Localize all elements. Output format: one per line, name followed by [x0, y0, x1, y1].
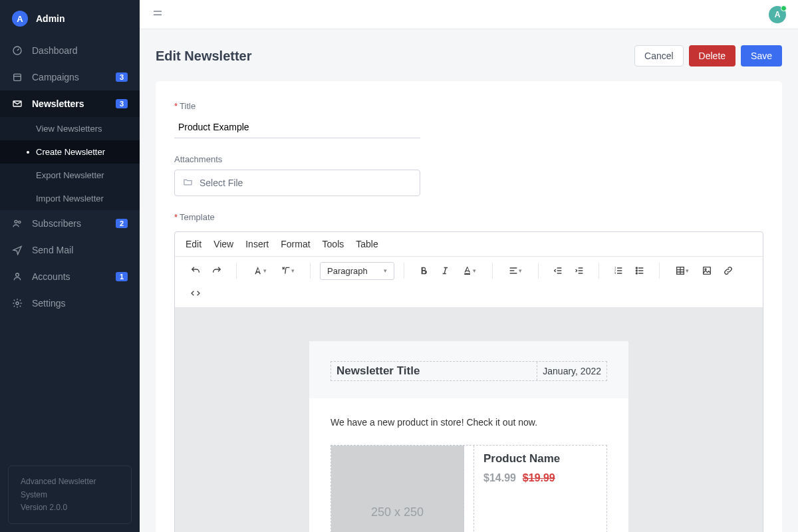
link-button[interactable]: [718, 261, 738, 281]
dashboard-icon: [12, 45, 23, 56]
sidebar-subitem-label: View Newsletters: [36, 124, 102, 134]
sidebar-badge: 3: [116, 99, 128, 108]
menu-insert[interactable]: Insert: [245, 239, 269, 249]
send-icon: [12, 245, 23, 255]
footer-product-name: Advanced Newsletter System: [21, 475, 119, 501]
delete-button[interactable]: Delete: [689, 45, 735, 66]
topbar: A: [140, 0, 798, 29]
sidebar-subitem-view-newsletters[interactable]: View Newsletters: [0, 117, 140, 140]
menu-edit[interactable]: Edit: [186, 239, 201, 249]
menu-table[interactable]: Table: [356, 239, 378, 249]
indent-button[interactable]: [569, 261, 589, 281]
svg-point-37: [705, 269, 706, 270]
footer-version: Version 2.0.0: [21, 501, 119, 514]
sidebar-item-accounts[interactable]: Accounts 1: [0, 263, 140, 290]
preview-image-placeholder[interactable]: 250 x 250: [331, 446, 464, 532]
svg-point-6: [16, 273, 19, 277]
svg-rect-10: [465, 273, 471, 275]
sidebar-item-send-mail[interactable]: Send Mail: [0, 237, 140, 263]
clear-formatting-button[interactable]: ▾: [274, 261, 301, 281]
preview-price[interactable]: $14.99: [483, 472, 516, 483]
attachments-label: Attachments: [174, 154, 763, 164]
svg-point-31: [636, 273, 637, 274]
sidebar-subitem-label: Export Newsletter: [36, 170, 104, 180]
preview-intro[interactable]: We have a new product in store! Check it…: [331, 417, 607, 428]
align-button[interactable]: ▾: [502, 261, 529, 281]
table-button[interactable]: ▾: [669, 261, 696, 281]
font-family-button[interactable]: ▾: [246, 261, 273, 281]
page-actions: Cancel Delete Save: [634, 45, 782, 66]
sidebar-item-label: Send Mail: [32, 245, 128, 255]
mail-icon: [12, 98, 23, 109]
source-code-button[interactable]: [186, 283, 205, 303]
svg-point-4: [15, 220, 17, 223]
menu-tools[interactable]: Tools: [323, 239, 344, 249]
sidebar-subitem-label: Import Newsletter: [36, 194, 104, 203]
text-color-button[interactable]: ▾: [456, 261, 483, 281]
svg-point-29: [636, 267, 637, 269]
editor-toolbar: ▾ ▾ Paragraph▾ ▾: [175, 256, 763, 308]
undo-button[interactable]: [186, 261, 205, 281]
menu-format[interactable]: Format: [281, 239, 310, 249]
bold-button[interactable]: [414, 261, 434, 281]
sidebar-item-label: Dashboard: [32, 45, 128, 56]
sidebar-badge: 2: [116, 219, 128, 228]
sidebar-item-dashboard[interactable]: Dashboard: [0, 37, 140, 64]
unordered-list-button[interactable]: [630, 261, 650, 281]
title-label: *Title: [174, 101, 763, 111]
save-button[interactable]: Save: [741, 45, 782, 66]
page-title: Edit Newsletter: [156, 49, 251, 64]
svg-rect-36: [703, 267, 710, 275]
title-field: *Title: [174, 101, 763, 138]
sidebar-badge: 3: [116, 72, 128, 82]
template-label: *Template: [174, 212, 763, 222]
page-header: Edit Newsletter Cancel Delete Save: [156, 45, 782, 66]
sidebar-submenu: View Newsletters Create Newsletter Expor…: [0, 117, 140, 210]
preview-product-block[interactable]: 250 x 250 Product Name $14.99 $19.99: [331, 445, 607, 532]
preview-title[interactable]: Newsletter Title: [331, 362, 537, 380]
editor-canvas[interactable]: Newsletter Title January, 2022 We have a…: [175, 308, 763, 532]
file-picker[interactable]: Select File: [174, 170, 420, 196]
sidebar-subitem-create-newsletter[interactable]: Create Newsletter: [0, 140, 140, 164]
cancel-button[interactable]: Cancel: [634, 45, 684, 66]
image-button[interactable]: [697, 261, 717, 281]
sidebar-item-newsletters[interactable]: Newsletters 3: [0, 90, 140, 117]
user-avatar[interactable]: A: [769, 6, 786, 23]
menu-view[interactable]: View: [213, 239, 233, 249]
template-field: *Template: [174, 212, 763, 222]
sidebar-header: A Admin: [0, 0, 140, 37]
sidebar: A Admin Dashboard Campaigns 3 Newsletter…: [0, 0, 140, 532]
gear-icon: [12, 298, 23, 309]
sidebar-item-subscribers[interactable]: Subscribers 2: [0, 210, 140, 237]
italic-button[interactable]: [435, 261, 455, 281]
sidebar-item-label: Campaigns: [32, 72, 116, 82]
sidebar-subitem-import-newsletter[interactable]: Import Newsletter: [0, 187, 140, 210]
ordered-list-button[interactable]: 123: [608, 261, 628, 281]
svg-rect-1: [14, 74, 21, 80]
sidebar-subitem-export-newsletter[interactable]: Export Newsletter: [0, 164, 140, 187]
form-card: *Title Attachments Select File *Template…: [156, 81, 782, 532]
svg-text:3: 3: [614, 271, 616, 275]
user-icon: [12, 271, 23, 282]
sidebar-item-settings[interactable]: Settings: [0, 290, 140, 317]
preview-old-price[interactable]: $19.99: [523, 472, 555, 483]
outdent-button[interactable]: [548, 261, 568, 281]
sidebar-item-label: Subscribers: [32, 218, 116, 229]
sidebar-item-label: Settings: [32, 298, 128, 309]
preview-product-name[interactable]: Product Name: [483, 452, 597, 466]
svg-point-7: [16, 302, 19, 305]
title-input[interactable]: [174, 116, 420, 138]
sidebar-badge: 1: [116, 272, 128, 281]
menu-toggle-icon[interactable]: [152, 7, 164, 21]
svg-point-5: [19, 221, 21, 223]
sidebar-item-label: Newsletters: [32, 98, 116, 109]
preview-date[interactable]: January, 2022: [537, 363, 606, 379]
block-format-select[interactable]: Paragraph▾: [320, 262, 394, 280]
file-picker-placeholder: Select File: [200, 178, 243, 188]
sidebar-subitem-label: Create Newsletter: [36, 147, 105, 157]
rich-text-editor: Edit View Insert Format Tools Table: [174, 231, 763, 532]
users-icon: [12, 218, 23, 229]
redo-button[interactable]: [207, 261, 227, 281]
sidebar-item-campaigns[interactable]: Campaigns 3: [0, 64, 140, 90]
main-panel: A Edit Newsletter Cancel Delete Save *Ti…: [140, 0, 798, 532]
